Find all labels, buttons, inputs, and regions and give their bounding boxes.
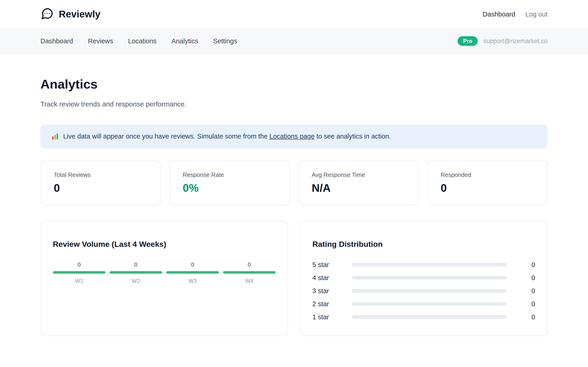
nav-item-analytics[interactable]: Analytics — [172, 37, 198, 45]
volume-column-w4: 0 W4 — [223, 261, 276, 284]
volume-bar — [223, 271, 276, 274]
bar-chart-icon — [51, 133, 59, 140]
logout-link[interactable]: Log out — [525, 10, 548, 18]
rating-value: 0 — [525, 313, 535, 321]
rating-value: 0 — [525, 261, 535, 269]
chart-panels: Review Volume (Last 4 Weeks) 0 W1 0 W2 0… — [40, 221, 548, 364]
rating-label: 2 star — [312, 300, 343, 308]
main-nav: Dashboard Reviews Locations Analytics Se… — [0, 28, 588, 54]
stat-card-total-reviews: Total Reviews 0 — [40, 160, 161, 205]
rating-row-5-star: 5 star 0 — [312, 258, 535, 271]
rating-row-1-star: 1 star 0 — [312, 311, 535, 324]
rating-row-2-star: 2 star 0 — [312, 298, 535, 311]
stat-card-response-rate: Response Rate 0% — [170, 160, 290, 205]
rating-row-3-star: 3 star 0 — [312, 284, 535, 298]
stat-label: Responded — [441, 171, 535, 178]
nav-item-dashboard[interactable]: Dashboard — [40, 37, 73, 45]
stat-label: Avg Response Time — [312, 171, 405, 178]
rating-distribution-title: Rating Distribution — [312, 240, 535, 249]
info-banner: Live data will appear once you have revi… — [40, 125, 548, 148]
nav-item-reviews[interactable]: Reviews — [88, 37, 113, 45]
volume-value: 0 — [166, 261, 219, 268]
stat-value: 0 — [441, 182, 535, 194]
banner-text: Live data will appear once you have revi… — [63, 133, 391, 140]
volume-bar — [53, 271, 105, 274]
stat-value: 0 — [54, 182, 147, 194]
banner-text-after: to see analytics in action. — [315, 133, 391, 140]
rating-value: 0 — [525, 274, 535, 282]
stat-label: Total Reviews — [54, 171, 147, 178]
banner-text-before: Live data will appear once you have revi… — [63, 133, 269, 140]
review-volume-panel: Review Volume (Last 4 Weeks) 0 W1 0 W2 0… — [40, 221, 288, 336]
review-volume-chart: 0 W1 0 W2 0 W3 0 W4 — [53, 261, 276, 284]
rating-label: 5 star — [312, 261, 343, 269]
volume-bar — [110, 271, 162, 274]
stat-value: 0% — [183, 182, 277, 194]
rating-distribution-panel: Rating Distribution 5 star 0 4 star 0 3 … — [300, 221, 548, 336]
page-title: Analytics — [40, 77, 548, 92]
volume-column-w3: 0 W3 — [166, 261, 219, 284]
nav-items: Dashboard Reviews Locations Analytics Se… — [40, 37, 237, 45]
nav-item-locations[interactable]: Locations — [128, 37, 156, 45]
rating-label: 3 star — [312, 287, 343, 295]
account-email: support@rizemarket.co — [483, 38, 548, 45]
volume-value: 0 — [53, 261, 105, 268]
rating-track — [352, 315, 507, 319]
topbar-dashboard-link[interactable]: Dashboard — [483, 10, 515, 18]
chat-bubble-icon — [40, 7, 54, 21]
rating-value: 0 — [525, 300, 535, 308]
rating-track — [352, 263, 507, 267]
locations-page-link[interactable]: Locations page — [269, 133, 315, 140]
stat-card-responded: Responded 0 — [427, 160, 548, 205]
rating-track — [352, 302, 507, 306]
brand: Reviewly — [40, 7, 100, 21]
stat-value: N/A — [312, 182, 405, 194]
volume-category: W4 — [223, 278, 276, 284]
volume-category: W3 — [166, 278, 219, 284]
volume-category: W1 — [53, 278, 105, 284]
stat-label: Response Rate — [183, 171, 277, 178]
rating-row-4-star: 4 star 0 — [312, 271, 535, 284]
rating-value: 0 — [525, 287, 535, 295]
volume-bar — [166, 271, 219, 274]
stat-card-avg-response-time: Avg Response Time N/A — [298, 160, 419, 205]
volume-value: 0 — [110, 261, 162, 268]
nav-item-settings[interactable]: Settings — [213, 37, 237, 45]
plan-badge: Pro — [458, 36, 478, 46]
rating-label: 4 star — [312, 274, 343, 282]
rating-label: 1 star — [312, 313, 343, 321]
rating-track — [352, 289, 507, 293]
page-subtitle: Track review trends and response perform… — [40, 100, 548, 108]
volume-column-w2: 0 W2 — [110, 261, 162, 284]
volume-column-w1: 0 W1 — [53, 261, 105, 284]
top-bar: Reviewly Dashboard Log out — [0, 0, 588, 28]
brand-name: Reviewly — [59, 9, 100, 20]
volume-value: 0 — [223, 261, 276, 268]
rating-track — [352, 276, 507, 280]
stat-cards: Total Reviews 0 Response Rate 0% Avg Res… — [40, 160, 548, 205]
review-volume-title: Review Volume (Last 4 Weeks) — [53, 240, 276, 249]
account-area: Pro support@rizemarket.co — [458, 36, 548, 46]
topbar-links: Dashboard Log out — [483, 10, 548, 18]
rating-rows: 5 star 0 4 star 0 3 star 0 2 star — [312, 258, 535, 324]
main-content: Analytics Track review trends and respon… — [40, 77, 548, 364]
volume-category: W2 — [110, 278, 162, 284]
